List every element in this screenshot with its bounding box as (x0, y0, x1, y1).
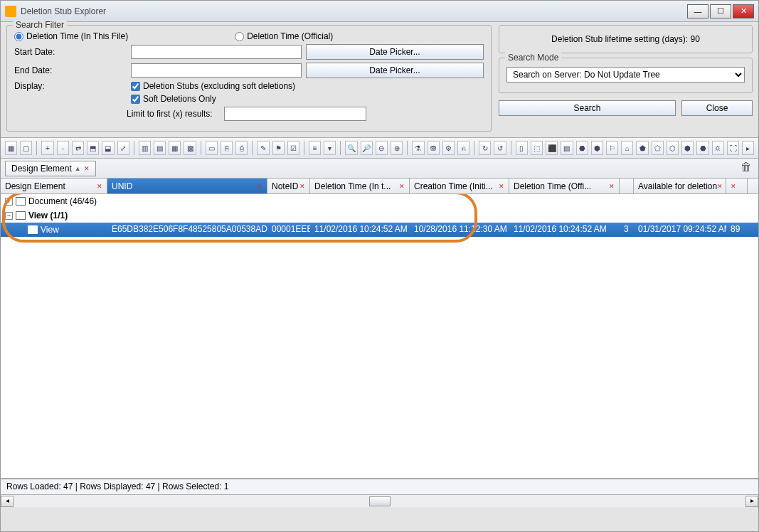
tb-icon[interactable]: ▢ (20, 141, 32, 155)
tb-icon[interactable]: ⬡ (667, 141, 679, 155)
tb-icon[interactable]: ⎌ (457, 141, 469, 155)
window-title: Deletion Stub Explorer (21, 6, 687, 16)
maximize-button[interactable]: ☐ (710, 4, 731, 18)
minimize-button[interactable]: — (687, 4, 708, 18)
search-mode-group: Search Mode Search on Server: Do Not Upd… (499, 58, 753, 93)
start-date-label: Start Date: (14, 47, 127, 57)
tb-icon[interactable]: ↻ (479, 141, 491, 155)
sort-asc-icon: ▲ (75, 165, 81, 172)
tb-icon[interactable]: ▯ (516, 141, 528, 155)
col-creation-time[interactable]: Creation Time (Initi...✕ (410, 179, 509, 193)
tb-icon[interactable]: ⬚ (531, 141, 543, 155)
tb-icon[interactable]: ⬢ (591, 141, 603, 155)
tb-icon[interactable]: ⎘ (221, 141, 233, 155)
lifetime-info: Deletion Stub lifetime setting (days): 9… (499, 25, 753, 53)
col-unid[interactable]: UNID✕ (107, 179, 267, 193)
table-row[interactable]: View E65DB382E506F8F48525805A00538AD4 00… (1, 223, 758, 237)
tb-icon[interactable]: ⚐ (606, 141, 618, 155)
tb-icon[interactable]: ⤢ (117, 141, 129, 155)
tb-icon[interactable]: ⛭ (712, 141, 724, 155)
close-button[interactable]: ✕ (733, 4, 754, 18)
status-bar: Rows Loaded: 47 | Rows Displayed: 47 | R… (1, 479, 758, 494)
toolbar: ▦ ▢ + - ⇄ ⬒ ⬓ ⤢ ▥ ▤ ▦ ▩ ▭ ⎘ ⎙ ✎ ⚑ ☑ ≡ ▾ … (1, 137, 758, 159)
tb-icon[interactable]: ↺ (494, 141, 506, 155)
tb-icon[interactable]: ⬛ (546, 141, 558, 155)
tb-icon[interactable]: ⬣ (576, 141, 588, 155)
tb-icon[interactable]: ⇄ (72, 141, 84, 155)
tb-icon[interactable]: ⎙ (235, 141, 248, 155)
tb-icon[interactable]: ⬓ (102, 141, 114, 155)
titlebar: Deletion Stub Explorer — ☐ ✕ (1, 1, 758, 22)
tb-icon[interactable]: + (41, 141, 53, 155)
view-icon (16, 211, 26, 220)
scroll-right-button[interactable]: ▸ (745, 496, 758, 507)
tb-icon[interactable]: ⬒ (87, 141, 99, 155)
col-available-deletion[interactable]: Available for deletion✕ (634, 179, 726, 193)
tb-icon[interactable]: ≡ (309, 141, 321, 155)
col-deletion-time-official[interactable]: Deletion Time (Offi...✕ (509, 179, 620, 193)
tb-icon[interactable]: ⊕ (391, 141, 403, 155)
trash-icon[interactable]: 🗑 (738, 161, 754, 176)
tb-icon[interactable]: ▸ (742, 141, 754, 155)
tree-node-document[interactable]: + Document (46/46) (1, 194, 758, 208)
grid-body: + Document (46/46) − View (1/1) View E65… (1, 194, 758, 479)
tb-icon[interactable]: ✎ (257, 141, 269, 155)
tb-icon[interactable]: ▦ (169, 141, 181, 155)
tb-icon[interactable]: ⬟ (636, 141, 648, 155)
tb-icon[interactable]: - (57, 141, 69, 155)
filter-tag-design-element[interactable]: Design Element ▲ ✕ (5, 161, 96, 176)
tb-icon[interactable]: 🔎 (361, 141, 373, 155)
tb-icon[interactable]: ▤ (561, 141, 573, 155)
tb-icon[interactable]: ⊖ (376, 141, 388, 155)
start-date-picker-button[interactable]: Date Picker... (306, 44, 484, 60)
end-date-label: End Date: (14, 65, 127, 75)
search-button[interactable]: Search (499, 100, 676, 116)
search-filter-group: Search Filter Deletion Time (In This Fil… (6, 25, 492, 132)
scroll-thumb[interactable] (369, 496, 391, 506)
col-design-element[interactable]: Design Element✕ (1, 179, 107, 193)
tb-icon[interactable]: ▩ (184, 141, 196, 155)
filter-x-icon[interactable]: ✕ (84, 165, 90, 172)
scroll-left-button[interactable]: ◂ (1, 496, 14, 507)
tb-icon[interactable]: ▭ (206, 141, 218, 155)
limit-input[interactable] (224, 107, 366, 121)
horizontal-scrollbar[interactable]: ◂ ▸ (1, 494, 758, 507)
tb-icon[interactable]: ⛃ (428, 141, 440, 155)
end-date-input[interactable] (131, 63, 302, 78)
tb-icon[interactable]: ⚗ (412, 141, 424, 155)
start-date-input[interactable] (131, 45, 302, 59)
tb-icon[interactable]: ▾ (324, 141, 336, 155)
tb-icon[interactable]: ⬢ (681, 141, 694, 155)
tb-icon[interactable]: ⬣ (696, 141, 708, 155)
tb-icon[interactable]: 🔍 (345, 141, 357, 155)
tree-node-view[interactable]: − View (1/1) (1, 208, 758, 223)
radio-deletion-time-file[interactable]: Deletion Time (In This File) (14, 31, 128, 41)
tb-icon[interactable]: ⚙ (442, 141, 455, 155)
expand-icon[interactable]: + (5, 198, 13, 206)
collapse-icon[interactable]: − (5, 212, 13, 220)
check-soft-deletions[interactable]: Soft Deletions Only (131, 94, 216, 104)
radio-deletion-time-official[interactable]: Deletion Time (Official) (235, 31, 333, 41)
end-date-picker-button[interactable]: Date Picker... (306, 63, 484, 78)
grid-header: Design Element✕ UNID✕ NoteID✕ Deletion T… (1, 179, 758, 194)
search-filter-legend: Search Filter (13, 20, 67, 30)
tb-icon[interactable]: ☑ (287, 141, 299, 155)
search-mode-select[interactable]: Search on Server: Do Not Update Tree (506, 67, 745, 83)
tb-icon[interactable]: ⬠ (652, 141, 664, 155)
document-icon (16, 197, 26, 206)
display-label: Display: (14, 81, 127, 91)
tb-icon[interactable]: ▤ (154, 141, 166, 155)
tb-icon[interactable]: ⌂ (621, 141, 633, 155)
app-icon (5, 6, 16, 17)
filter-bar: Design Element ▲ ✕ 🗑 (1, 159, 758, 179)
tb-icon[interactable]: ▥ (139, 141, 151, 155)
tb-icon[interactable]: ⛶ (727, 141, 739, 155)
tb-icon[interactable]: ⚑ (272, 141, 285, 155)
limit-label: Limit to first (x) results: (127, 109, 213, 119)
col-noteid[interactable]: NoteID✕ (267, 179, 310, 193)
search-mode-legend: Search Mode (505, 53, 561, 63)
close-panel-button[interactable]: Close (681, 100, 753, 116)
tb-icon[interactable]: ▦ (5, 141, 17, 155)
col-deletion-time-file[interactable]: Deletion Time (In t...✕ (310, 179, 410, 193)
check-deletion-stubs[interactable]: Deletion Stubs (excluding soft deletions… (131, 81, 295, 91)
